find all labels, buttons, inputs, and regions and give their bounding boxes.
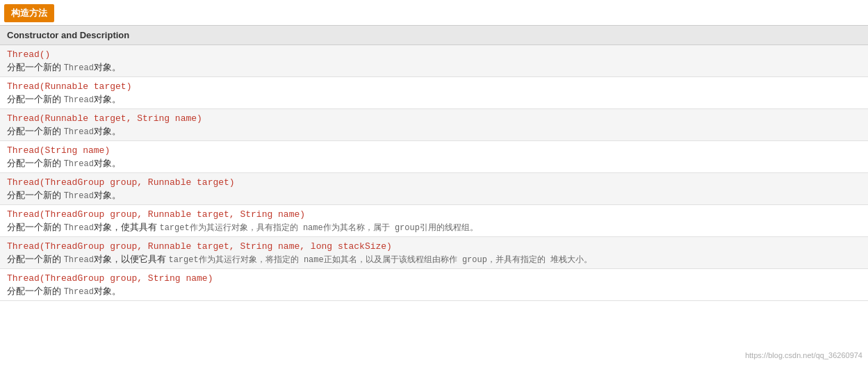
constructor-description: 分配一个新的 Thread对象，使其具有 target作为其运行对象，具有指定的… [7, 221, 861, 234]
constructor-row: Thread()分配一个新的 Thread对象。 [0, 45, 868, 77]
constructor-description: 分配一个新的 Thread对象。 [7, 285, 861, 298]
constructor-row: Thread(Runnable target, String name)分配一个… [0, 109, 868, 141]
page-wrapper: 构造方法 Constructor and Description Thread(… [0, 0, 868, 365]
watermark: https://blog.csdn.net/qq_36260974 [745, 351, 862, 359]
constructor-signature[interactable]: Thread(Runnable target) [7, 81, 861, 92]
constructor-signature[interactable]: Thread(ThreadGroup group, String name) [7, 273, 861, 284]
constructor-list: Thread()分配一个新的 Thread对象。Thread(Runnable … [0, 45, 868, 301]
constructor-description: 分配一个新的 Thread对象。 [7, 157, 861, 170]
constructor-signature[interactable]: Thread() [7, 49, 861, 60]
constructor-row: Thread(Runnable target)分配一个新的 Thread对象。 [0, 77, 868, 109]
constructor-description: 分配一个新的 Thread对象。 [7, 93, 861, 106]
constructor-row: Thread(ThreadGroup group, String name)分配… [0, 269, 868, 301]
constructor-description: 分配一个新的 Thread对象，以便它具有 target作为其运行对象，将指定的… [7, 253, 861, 266]
constructor-description: 分配一个新的 Thread对象。 [7, 125, 861, 138]
constructor-signature[interactable]: Thread(ThreadGroup group, Runnable targe… [7, 177, 861, 188]
constructor-description: 分配一个新的 Thread对象。 [7, 189, 861, 202]
constructor-row: Thread(ThreadGroup group, Runnable targe… [0, 173, 868, 205]
header-button-wrapper: 构造方法 [0, 0, 868, 22]
constructor-row: Thread(ThreadGroup group, Runnable targe… [0, 205, 868, 237]
constructor-signature[interactable]: Thread(String name) [7, 145, 861, 156]
header-button[interactable]: 构造方法 [4, 4, 54, 22]
constructor-description: 分配一个新的 Thread对象。 [7, 61, 861, 74]
constructor-signature[interactable]: Thread(ThreadGroup group, Runnable targe… [7, 241, 861, 252]
section-header: Constructor and Description [0, 25, 868, 45]
constructor-signature[interactable]: Thread(Runnable target, String name) [7, 113, 861, 124]
constructor-signature[interactable]: Thread(ThreadGroup group, Runnable targe… [7, 209, 861, 220]
constructor-row: Thread(String name)分配一个新的 Thread对象。 [0, 141, 868, 173]
constructor-row: Thread(ThreadGroup group, Runnable targe… [0, 237, 868, 269]
